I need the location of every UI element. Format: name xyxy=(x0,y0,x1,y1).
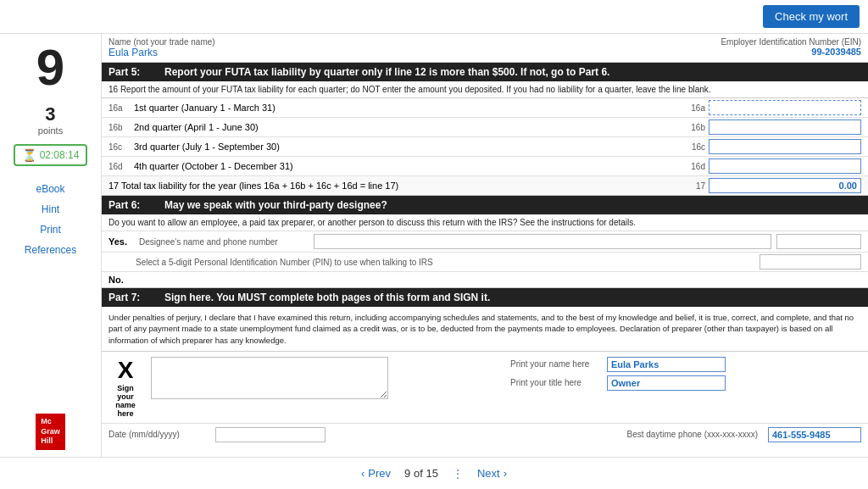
q-input-16c[interactable] xyxy=(709,139,861,154)
part5-note: 16 Report the amount of your FUTA tax li… xyxy=(102,81,868,98)
part5-header: Part 5: Report your FUTA tax liability b… xyxy=(102,63,868,81)
date-phone-row: Date (mm/dd/yyyy) Best daytime phone (xx… xyxy=(102,423,868,446)
quarter-row-16a: 16a 1st quarter (January 1 - March 31) 1… xyxy=(102,98,868,118)
check-work-button[interactable]: Check my wort xyxy=(763,5,860,28)
print-name-label: Print your name here xyxy=(510,359,604,369)
next-label: Next xyxy=(477,467,500,480)
top-bar: Check my wort xyxy=(0,0,868,34)
q-input-16d[interactable] xyxy=(709,158,861,174)
q-linelabel-16a: 16a xyxy=(679,103,709,113)
form-header: Name (not your trade name) Eula Parks Em… xyxy=(102,34,868,63)
sign-x: X xyxy=(118,357,134,384)
q-input-16a[interactable] xyxy=(709,100,861,115)
print-name-row: Print your name here xyxy=(510,357,861,372)
timer-value: 02:08:14 xyxy=(40,149,80,161)
part6-header: Part 6: May we speak with your third-par… xyxy=(102,196,868,214)
main-layout: 9 3 points ⏳ 02:08:14 eBook Hint Print R… xyxy=(0,34,868,457)
sidebar: 9 3 points ⏳ 02:08:14 eBook Hint Print R… xyxy=(0,34,102,457)
pin-desc: Select a 5-digit Personal Identification… xyxy=(136,258,754,267)
prev-label: Prev xyxy=(368,467,391,480)
q-desc-16d: 4th quarter (October 1 - December 31) xyxy=(134,161,679,171)
part7-desc: Sign here. You MUST complete both pages … xyxy=(164,292,861,303)
prev-button[interactable]: ‹ Prev xyxy=(361,467,391,480)
content-area: Name (not your trade name) Eula Parks Em… xyxy=(102,34,868,457)
next-chevron-icon: › xyxy=(504,467,507,480)
print-name-input[interactable] xyxy=(607,357,726,372)
name-value: Eula Parks xyxy=(108,47,215,58)
q-desc-16c: 3rd quarter (July 1 - September 30) xyxy=(134,142,679,152)
total-row-17: 17 Total tax liability for the year (lin… xyxy=(102,176,868,196)
name-label: Name (not your trade name) xyxy=(108,37,215,47)
name-block: Name (not your trade name) Eula Parks xyxy=(108,37,215,58)
designee-desc: Designee's name and phone number xyxy=(139,237,309,247)
print-title-row: Print your title here xyxy=(510,375,861,391)
quarter-row-16b: 16b 2nd quarter (April 1 - June 30) 16b xyxy=(102,118,868,137)
quarter-row-16d: 16d 4th quarter (October 1 - December 31… xyxy=(102,157,868,176)
page-total: 15 xyxy=(426,467,437,480)
pin-input[interactable] xyxy=(760,254,861,270)
phone-input[interactable] xyxy=(768,427,861,442)
page-current: 9 xyxy=(404,467,410,480)
grid-icon[interactable]: ⋮ xyxy=(452,467,464,481)
ein-block: Employer Identification Number (EIN) 99-… xyxy=(721,37,861,58)
q-desc-16a: 1st quarter (January 1 - March 31) xyxy=(134,103,679,113)
designee-name-input[interactable] xyxy=(314,234,771,249)
sign-x-block: X Sign your name here xyxy=(108,357,142,418)
q-linelabel-16c: 16c xyxy=(679,142,709,152)
q-linelabel-16d: 16d xyxy=(679,162,709,171)
phone-label: Best daytime phone (xxx-xxx-xxxx) xyxy=(331,430,763,439)
date-label: Date (mm/dd/yyyy) xyxy=(108,430,210,439)
part5-num: Part 5: xyxy=(108,66,151,78)
no-label: No. xyxy=(108,275,124,285)
prev-chevron-icon: ‹ xyxy=(361,467,364,480)
ebook-link[interactable]: eBook xyxy=(36,183,64,195)
references-link[interactable]: References xyxy=(25,244,76,256)
sign-area: X Sign your name here Print your name he… xyxy=(102,352,868,423)
sidebar-links: eBook Hint Print References xyxy=(25,183,76,256)
mcgraw-logo: Mc Graw Hill xyxy=(36,414,65,450)
part5-desc: Report your FUTA tax liability by quarte… xyxy=(164,66,861,78)
sign-signature-input[interactable] xyxy=(151,357,388,399)
total-desc-17: 17 Total tax liability for the year (lin… xyxy=(108,181,687,191)
part6-note: Do you want to allow an employee, a paid… xyxy=(102,214,868,231)
total-linelabel-17: 17 xyxy=(687,181,709,191)
timer-block: ⏳ 02:08:14 xyxy=(14,144,88,166)
sign-title: Sign your name here xyxy=(108,384,142,418)
points-block: 3 points xyxy=(38,103,63,136)
sign-right: Print your name here Print your title he… xyxy=(510,357,861,391)
points-label: points xyxy=(38,125,63,136)
total-input-17[interactable] xyxy=(709,178,861,193)
q-input-16b[interactable] xyxy=(709,119,861,135)
page-info: 9 of 15 xyxy=(404,467,438,480)
q-label-16c: 16c xyxy=(108,142,134,152)
part7-header: Part 7: Sign here. You MUST complete bot… xyxy=(102,288,868,307)
q-label-16a: 16a xyxy=(108,103,134,113)
ein-value: 99-2039485 xyxy=(721,47,861,57)
part6-desc: May we speak with your third-party desig… xyxy=(164,199,861,211)
sign-input-area xyxy=(151,357,502,399)
points-value: 3 xyxy=(38,103,63,125)
q-label-16d: 16d xyxy=(108,162,134,171)
print-link[interactable]: Print xyxy=(40,224,61,236)
ein-label: Employer Identification Number (EIN) xyxy=(721,37,861,47)
print-title-input[interactable] xyxy=(607,375,726,391)
part6-num: Part 6: xyxy=(108,199,151,211)
next-button[interactable]: Next › xyxy=(477,467,507,480)
bottom-nav: ‹ Prev 9 of 15 ⋮ Next › xyxy=(0,457,868,489)
designee-yes-row: Yes. Designee's name and phone number xyxy=(102,231,868,253)
question-number: 9 xyxy=(36,42,64,93)
no-row: No. xyxy=(102,272,868,288)
designee-phone-input[interactable] xyxy=(776,234,861,249)
pin-row: Select a 5-digit Personal Identification… xyxy=(102,253,868,272)
quarter-row-16c: 16c 3rd quarter (July 1 - September 30) … xyxy=(102,137,868,157)
q-desc-16b: 2nd quarter (April 1 - June 30) xyxy=(134,122,679,132)
hint-link[interactable]: Hint xyxy=(42,203,59,215)
print-title-label: Print your title here xyxy=(510,378,604,387)
date-input[interactable] xyxy=(215,427,326,442)
part7-num: Part 7: xyxy=(108,292,151,303)
form-container: Name (not your trade name) Eula Parks Em… xyxy=(102,34,868,446)
yes-label: Yes. xyxy=(108,236,134,247)
perjury-text: Under penalties of perjury, I declare th… xyxy=(102,307,868,352)
q-linelabel-16b: 16b xyxy=(679,123,709,132)
q-label-16b: 16b xyxy=(108,123,134,132)
